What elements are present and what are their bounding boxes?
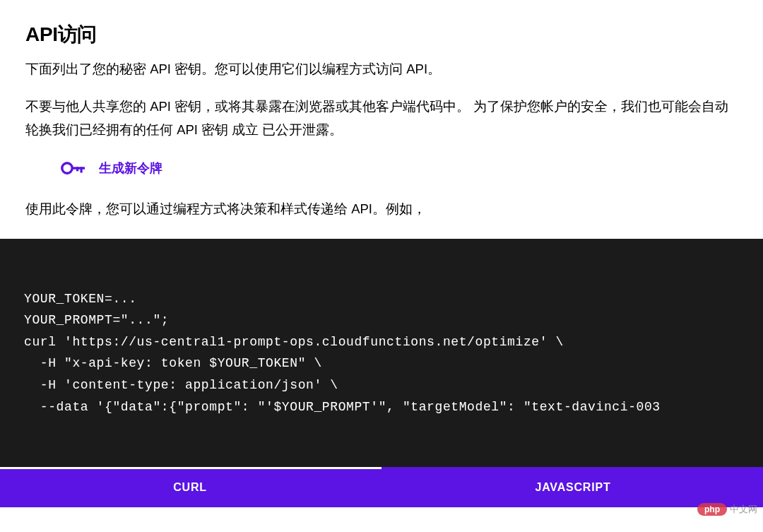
- watermark-bubble: php: [697, 503, 727, 516]
- tab-label: CURL: [173, 481, 207, 494]
- tab-curl[interactable]: CURL: [0, 467, 382, 507]
- page-title: API访问: [25, 21, 738, 48]
- svg-point-0: [62, 163, 72, 173]
- code-example: YOUR_TOKEN=... YOUR_PROMPT="..."; curl '…: [0, 239, 763, 468]
- watermark-text: 中文网: [730, 503, 757, 516]
- key-icon: [61, 161, 86, 175]
- usage-text: 使用此令牌，您可以通过编程方式将决策和样式传递给 API。例如，: [25, 198, 738, 220]
- generate-token-button[interactable]: 生成新令牌: [25, 160, 738, 177]
- tab-label: JAVASCRIPT: [536, 481, 611, 494]
- api-warning: 不要与他人共享您的 API 密钥，或将其暴露在浏览器或其他客户端代码中。 为了保…: [25, 95, 738, 141]
- tab-javascript[interactable]: JAVASCRIPT: [382, 467, 763, 507]
- svg-rect-3: [76, 167, 78, 171]
- watermark: php 中文网: [697, 503, 757, 516]
- api-description: 下面列出了您的秘密 API 密钥。您可以使用它们以编程方式访问 API。: [25, 58, 738, 80]
- svg-rect-2: [81, 167, 83, 172]
- code-language-tabs: CURL JAVASCRIPT: [0, 467, 763, 507]
- generate-token-label: 生成新令牌: [99, 160, 162, 177]
